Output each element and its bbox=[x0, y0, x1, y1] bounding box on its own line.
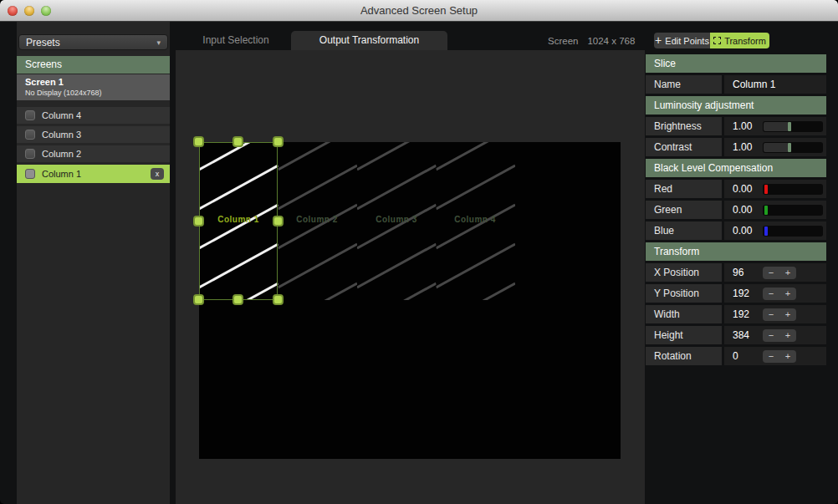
plus-icon: + bbox=[655, 34, 662, 46]
decrement-button[interactable]: − bbox=[763, 288, 779, 300]
transform-handle-top-left[interactable] bbox=[193, 136, 204, 147]
mode-button-group: + Edit Points Transform bbox=[654, 33, 769, 48]
brightness-label: Brightness bbox=[646, 117, 722, 135]
row-blue: Blue 0.00 bbox=[646, 221, 826, 240]
decrement-button[interactable]: − bbox=[763, 267, 779, 279]
slice-visibility-checkbox[interactable] bbox=[25, 130, 35, 140]
screen-name: Screen 1 bbox=[25, 77, 170, 87]
close-icon[interactable] bbox=[8, 6, 18, 16]
x-position-value: 96 bbox=[733, 267, 763, 278]
rotation-stepper: − + bbox=[763, 350, 796, 363]
screen-size-readout: Screen 1024 x 768 bbox=[548, 31, 635, 50]
sidebar-item-column1[interactable]: Column 1 x bbox=[17, 165, 170, 183]
edit-points-button[interactable]: + Edit Points bbox=[654, 33, 710, 48]
screen-size-label: Screen bbox=[548, 36, 578, 46]
slice-label: Column 1 bbox=[42, 169, 81, 179]
rotation-label: Rotation bbox=[646, 347, 722, 365]
minimize-icon[interactable] bbox=[24, 6, 34, 16]
green-label: Green bbox=[646, 201, 722, 219]
screen-subtitle: No Display (1024x768) bbox=[25, 89, 170, 97]
transform-label: Transform bbox=[724, 36, 766, 46]
slice-label: Column 3 bbox=[42, 130, 81, 140]
y-position-value: 192 bbox=[733, 288, 763, 299]
chevron-down-icon: ▾ bbox=[156, 38, 161, 47]
inspector-panel: Slice Name Column 1 Luminosity adjustmen… bbox=[646, 54, 826, 365]
brightness-value: 1.00 bbox=[733, 120, 763, 132]
edit-points-label: Edit Points bbox=[665, 36, 709, 46]
transform-icon bbox=[713, 37, 721, 44]
row-brightness: Brightness 1.00 bbox=[646, 117, 826, 135]
blue-value: 0.00 bbox=[733, 225, 763, 237]
increment-button[interactable]: + bbox=[779, 308, 796, 321]
slice-visibility-checkbox[interactable] bbox=[25, 169, 35, 179]
tab-output-transformation[interactable]: Output Transformation bbox=[291, 31, 447, 50]
width-value: 192 bbox=[733, 308, 763, 320]
canvas-slice-label-column2: Column 2 bbox=[279, 215, 355, 224]
width-label: Width bbox=[646, 305, 722, 323]
section-header-transform: Transform bbox=[646, 242, 826, 261]
contrast-label: Contrast bbox=[646, 138, 722, 156]
row-height: Height 384 − + bbox=[646, 326, 826, 344]
presets-label: Presets bbox=[26, 37, 60, 48]
presets-dropdown[interactable]: Presets ▾ bbox=[18, 34, 168, 50]
transform-handle-bottom-right[interactable] bbox=[273, 294, 284, 305]
y-position-stepper: − + bbox=[763, 288, 796, 300]
canvas-slice-label-column3: Column 3 bbox=[359, 215, 434, 224]
increment-button[interactable]: + bbox=[779, 329, 796, 342]
red-value: 0.00 bbox=[733, 183, 763, 195]
transform-handle-mid-left[interactable] bbox=[193, 216, 204, 227]
sidebar-item-screen1[interactable]: Screen 1 No Display (1024x768) bbox=[17, 74, 170, 100]
screens-section-header: Screens bbox=[17, 56, 170, 74]
screen-size-value: 1024 x 768 bbox=[587, 36, 635, 46]
row-width: Width 192 − + bbox=[646, 305, 826, 323]
increment-button[interactable]: + bbox=[779, 350, 796, 363]
slice-visibility-checkbox[interactable] bbox=[25, 149, 35, 159]
transform-handle-top-mid[interactable] bbox=[232, 136, 243, 147]
screen-preview[interactable]: Column 1 Column 2 Column 3 Column 4 bbox=[199, 142, 621, 459]
decrement-button[interactable]: − bbox=[763, 329, 779, 342]
height-label: Height bbox=[646, 326, 722, 344]
row-red: Red 0.00 bbox=[646, 180, 826, 198]
width-stepper: − + bbox=[763, 308, 796, 321]
window-title: Advanced Screen Setup bbox=[0, 0, 838, 21]
section-header-luminosity: Luminosity adjustment bbox=[646, 96, 826, 115]
red-slider[interactable] bbox=[763, 184, 823, 195]
name-label: Name bbox=[646, 75, 722, 94]
slice-label: Column 4 bbox=[42, 110, 81, 120]
transform-handle-bottom-left[interactable] bbox=[193, 294, 204, 305]
remove-slice-button[interactable]: x bbox=[151, 168, 164, 180]
x-position-label: X Position bbox=[646, 263, 722, 282]
transform-button[interactable]: Transform bbox=[710, 33, 769, 48]
sidebar: Presets ▾ Screens Screen 1 No Display (1… bbox=[17, 22, 170, 504]
sidebar-item-column4[interactable]: Column 4 bbox=[17, 107, 170, 124]
blue-slider[interactable] bbox=[763, 226, 823, 237]
row-rotation: Rotation 0 − + bbox=[646, 347, 826, 365]
green-value: 0.00 bbox=[733, 204, 763, 216]
decrement-button[interactable]: − bbox=[763, 308, 779, 321]
sidebar-item-column3[interactable]: Column 3 bbox=[17, 126, 170, 143]
sidebar-item-column2[interactable]: Column 2 bbox=[17, 145, 170, 162]
transform-handle-bottom-mid[interactable] bbox=[232, 294, 243, 305]
contrast-value: 1.00 bbox=[733, 141, 763, 153]
increment-button[interactable]: + bbox=[779, 288, 796, 300]
height-stepper: − + bbox=[763, 329, 796, 342]
row-x-position: X Position 96 − + bbox=[646, 263, 826, 282]
slice-label: Column 2 bbox=[42, 149, 81, 159]
slice-visibility-checkbox[interactable] bbox=[25, 110, 35, 120]
transform-handle-top-right[interactable] bbox=[273, 136, 284, 147]
brightness-slider[interactable] bbox=[763, 121, 823, 132]
row-green: Green 0.00 bbox=[646, 201, 826, 219]
selection-outline[interactable] bbox=[199, 142, 278, 300]
name-field[interactable]: Column 1 bbox=[724, 75, 826, 94]
rotation-value: 0 bbox=[733, 350, 763, 362]
contrast-slider[interactable] bbox=[763, 142, 823, 153]
transform-handle-mid-right[interactable] bbox=[273, 216, 284, 227]
height-value: 384 bbox=[733, 329, 763, 341]
row-y-position: Y Position 192 − + bbox=[646, 284, 826, 303]
zoom-icon[interactable] bbox=[41, 6, 51, 16]
decrement-button[interactable]: − bbox=[763, 350, 779, 363]
green-slider[interactable] bbox=[763, 205, 823, 216]
row-name: Name Column 1 bbox=[646, 75, 826, 94]
tab-input-selection[interactable]: Input Selection bbox=[181, 31, 291, 50]
increment-button[interactable]: + bbox=[779, 267, 796, 279]
